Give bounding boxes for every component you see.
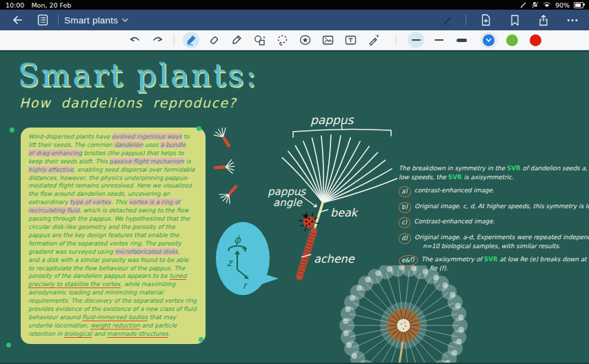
notebook-title: Smart plants <box>64 15 118 26</box>
image-icon <box>321 34 335 46</box>
undo-icon <box>128 34 141 46</box>
coordinate-bubble: ϕ z r <box>214 221 283 303</box>
laser-pointer-tool-button[interactable] <box>365 32 381 48</box>
note-corner-dot <box>10 128 14 132</box>
chevron-down-icon <box>486 38 492 43</box>
stroke-width-thin-button[interactable] <box>408 32 424 48</box>
tablet-screen: 10:00 Mon, 20 Feb 90% <box>0 0 589 364</box>
document-plus-icon <box>480 14 492 26</box>
caption-item-circled-label: e&f) <box>398 254 418 267</box>
caption-item-circled-label: a) <box>398 185 411 197</box>
caption-item: d) Original image. a-d, Experiments were… <box>399 233 589 250</box>
status-time: 10:00 <box>6 1 24 9</box>
color-swatch-red[interactable] <box>530 34 541 46</box>
caption-items: a) contrast-enhanced image. b) Original … <box>399 186 589 272</box>
stylus-icon <box>520 1 527 8</box>
caption-item-text: contrast-enhanced image. <box>415 186 495 195</box>
pen-icon <box>185 34 197 46</box>
color-swatch-green[interactable] <box>506 34 518 46</box>
eraser-tool-button[interactable] <box>206 32 222 48</box>
notebook-icon <box>37 14 49 26</box>
notebook-pages-button[interactable] <box>33 11 52 29</box>
nav-divider <box>58 14 59 26</box>
page-title: Smart plants: <box>18 57 259 94</box>
stroke-width-medium-button[interactable] <box>430 32 447 48</box>
caption-intro: The breakdown in symmetry in the SVR of … <box>399 164 589 181</box>
battery-percent: 90% <box>555 1 570 9</box>
wifi-icon <box>543 1 551 8</box>
ellipsis-icon <box>567 19 578 22</box>
undo-button[interactable] <box>126 32 143 48</box>
medium-stroke-icon <box>435 39 443 41</box>
caption-item-text: Original image. a-d, Experiments were re… <box>415 233 589 250</box>
caption-item-circled-label: d) <box>398 232 411 244</box>
toolbar-divider <box>174 34 174 46</box>
highlighter-tool-button[interactable] <box>228 32 245 48</box>
back-button[interactable] <box>7 11 26 29</box>
redo-icon <box>151 34 164 46</box>
toolbar-divider-2 <box>396 34 397 46</box>
caption-item: a) contrast-enhanced image. <box>399 186 589 197</box>
sticker-tool-button[interactable] <box>297 32 313 48</box>
bookmark-icon <box>510 14 520 26</box>
battery-icon <box>574 2 583 8</box>
nav-bar: Smart plants <box>0 10 589 30</box>
thick-stroke-icon <box>457 39 467 42</box>
redo-button[interactable] <box>149 32 166 48</box>
caption-item: c) Contrast-enhanced image. <box>399 217 589 228</box>
note-corner-dot <box>6 343 11 347</box>
arrow-left-icon <box>11 14 23 26</box>
textbox-icon <box>344 34 357 46</box>
shapes-icon <box>253 34 266 46</box>
nav-divider-2 <box>466 14 466 26</box>
caption-item: e&f) The axisymmetry of SVR at low Re (e… <box>399 255 589 272</box>
stroke-width-thick-button[interactable] <box>453 32 470 48</box>
note-corner-dot <box>199 337 203 342</box>
page-subtitle: How dandelions reproduce? <box>19 95 237 110</box>
caption-item-text: Original image. c, d, At higher speeds, … <box>415 202 589 211</box>
status-bar: 10:00 Mon, 20 Feb 90% <box>0 0 589 10</box>
caption-item-text: The axisymmetry of SVR at low Re (e) bre… <box>421 255 589 272</box>
stylus-edit-icon <box>441 15 452 26</box>
pappus-bracket-tick <box>341 124 342 129</box>
pen-mode-button[interactable] <box>437 11 456 30</box>
laser-pen-icon <box>367 34 380 46</box>
status-date: Mon, 20 Feb <box>31 1 71 9</box>
textbox-tool-button[interactable] <box>342 32 359 48</box>
thin-stroke-icon <box>412 39 421 41</box>
highlighter-icon <box>230 34 243 46</box>
image-tool-button[interactable] <box>319 32 336 48</box>
eraser-icon <box>208 34 220 46</box>
pen-tool-button[interactable] <box>183 32 199 48</box>
caption-item-circled-label: c) <box>398 217 411 229</box>
caption-item: b) Original image. c, d, At higher speed… <box>399 202 589 213</box>
pappus-angle-label-2: angle <box>273 196 303 209</box>
share-button[interactable] <box>534 11 553 29</box>
add-page-button[interactable] <box>476 11 495 29</box>
bookmark-button[interactable] <box>505 11 524 29</box>
share-icon <box>538 14 549 26</box>
notebook-title-dropdown[interactable]: Smart plants <box>64 15 128 26</box>
color-swatch-blue[interactable] <box>483 34 495 46</box>
figure-caption-notes: The breakdown in symmetry in the SVR of … <box>399 164 589 277</box>
sticker-star-icon <box>299 34 312 46</box>
dandelion-photo <box>333 265 475 364</box>
caption-item-circled-label: b) <box>398 201 411 213</box>
drawing-toolbar <box>0 30 589 50</box>
lasso-icon <box>276 34 289 46</box>
mute-bell-icon <box>531 1 539 8</box>
lasso-tool-button[interactable] <box>274 32 290 48</box>
chevron-down-icon <box>122 18 128 23</box>
achene-body <box>299 231 314 277</box>
pappus-angle-arrow <box>299 194 317 207</box>
pappus-label: pappus <box>310 113 355 127</box>
pappus-bracket <box>293 129 391 137</box>
caption-item-text: Contrast-enhanced image. <box>414 217 495 226</box>
shapes-tool-button[interactable] <box>251 32 268 48</box>
achene-label: achene <box>314 252 355 265</box>
beak-label: beak <box>330 206 359 219</box>
more-options-button[interactable] <box>563 11 582 29</box>
sticky-note-abstract[interactable]: Wind-dispersed plants have evolved ingen… <box>21 128 206 344</box>
phi-axis-label: ϕ <box>234 234 241 246</box>
note-canvas[interactable]: Smart plants: How dandelions reproduce? … <box>0 50 589 364</box>
